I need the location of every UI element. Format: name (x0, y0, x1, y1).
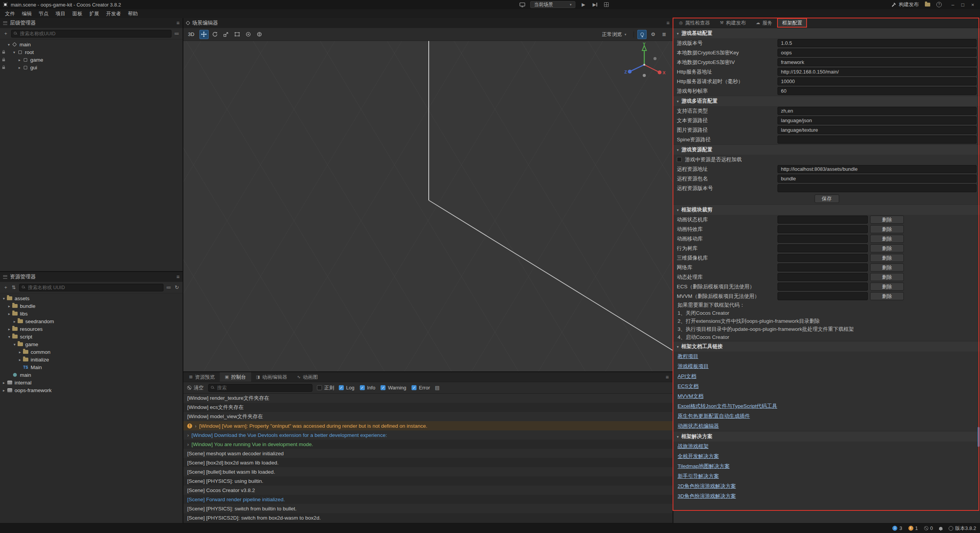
field-input-远程资源包名[interactable] (777, 175, 977, 183)
field-input-远程资源版本号[interactable] (777, 184, 977, 192)
console-error-counter[interactable]: 0 (924, 525, 933, 531)
field-input-支持语言类型[interactable] (777, 107, 977, 115)
expand-icon[interactable]: › (195, 423, 196, 429)
layout-grid-icon[interactable] (603, 1, 610, 8)
rect-tool-icon[interactable] (233, 30, 242, 39)
scene-view-settings-icon[interactable]: ≣ (660, 30, 669, 39)
expand-chevron-icon[interactable]: ▾ (7, 335, 12, 339)
add-node-button[interactable]: + (3, 31, 8, 36)
tree-node-seedrandom[interactable]: ▸seedrandom (1, 317, 183, 325)
tree-node-internal[interactable]: ▸internal (1, 379, 183, 386)
menu-节点[interactable]: 节点 (35, 10, 52, 17)
tree-node-root[interactable]: ▾root (1, 48, 183, 56)
filter-icon[interactable]: ≔ (166, 284, 172, 290)
maximize-button[interactable]: □ (958, 2, 968, 8)
sort-icon[interactable]: ⇅ (11, 284, 16, 290)
field-input-Http服务器地址[interactable] (777, 68, 977, 76)
refresh-icon[interactable]: ↻ (174, 284, 180, 290)
step-button[interactable]: ▶ (591, 1, 598, 8)
module-path-field[interactable] (777, 235, 868, 243)
module-path-field[interactable] (777, 292, 868, 300)
scale-tool-icon[interactable] (222, 30, 231, 39)
tab-动画图[interactable]: ∿动画图 (292, 372, 323, 382)
collapse-logs-icon[interactable]: ▤ (434, 385, 440, 391)
field-input-图片资源路径[interactable] (777, 126, 977, 134)
field-input-本地数据CryptoES加密IV[interactable] (777, 58, 977, 66)
delete-button[interactable]: 删除 (870, 235, 904, 243)
tree-node-main[interactable]: main (1, 371, 183, 379)
tree-node-oops-framework[interactable]: ▸oops-framework (1, 386, 183, 394)
mode-3d-toggle[interactable]: 3D (187, 31, 198, 37)
assets-search-input[interactable] (19, 284, 163, 291)
console-info-counter[interactable]: i 3 (892, 525, 902, 531)
delete-button[interactable]: 删除 (870, 283, 904, 291)
delete-button[interactable]: 删除 (870, 225, 904, 233)
log-row[interactable]: [Window] ecs文件夹存在 (183, 403, 673, 412)
field-input-游戏版本号[interactable] (777, 39, 977, 47)
tree-node-common[interactable]: ▸common (1, 348, 183, 356)
view-mode-dropdown[interactable]: 正常浏览 ▾ (598, 31, 630, 38)
link-ECS文档[interactable]: ECS文档 (673, 381, 980, 391)
delete-button[interactable]: 删除 (870, 273, 904, 281)
add-asset-button[interactable]: + (3, 284, 8, 290)
pivot-tool-icon[interactable] (244, 30, 253, 39)
expand-icon[interactable]: › (187, 441, 189, 447)
tab-属性检查器[interactable]: ◎属性检查器 (674, 18, 715, 28)
scene-gizmo-settings-icon[interactable]: ⚙ (648, 30, 658, 39)
menu-编辑[interactable]: 编辑 (18, 10, 35, 17)
log-row[interactable]: !›[Window] [Vue warn]: Property "onInput… (183, 421, 673, 430)
filter-Info[interactable]: ✓Info (360, 385, 376, 391)
panel-menu-icon[interactable]: ≡ (666, 20, 670, 26)
link-新手引导解决方案[interactable]: 新手引导解决方案 (673, 471, 980, 481)
help-icon[interactable]: ? (936, 2, 942, 7)
log-row[interactable]: [Window] model_view文件夹存在 (183, 412, 673, 421)
scrollbar-thumb[interactable] (978, 427, 980, 447)
section-header-language[interactable]: ▾ 游戏多语言配置 (673, 96, 980, 106)
menu-开发者[interactable]: 开发者 (103, 10, 124, 17)
remote-load-checkbox[interactable] (677, 157, 682, 162)
expand-chevron-icon[interactable]: ▸ (7, 312, 12, 316)
link-2D角色扮演游戏解决方案[interactable]: 2D角色扮演游戏解决方案 (673, 481, 980, 491)
expand-chevron-icon[interactable]: ▾ (6, 43, 11, 47)
link-动画状态机编辑器[interactable]: 动画状态机编辑器 (673, 421, 980, 431)
module-path-field[interactable] (777, 254, 868, 262)
section-header-docs[interactable]: ▾ 框架文档工具链接 (673, 341, 980, 352)
section-header-modules[interactable]: ▾ 框架模块裁剪 (673, 204, 980, 215)
tree-node-resources[interactable]: ▸resources (1, 325, 183, 333)
log-row[interactable]: [Scene] [PHYSICS]: switch from builtin t… (183, 504, 673, 513)
expand-chevron-icon[interactable]: ▸ (7, 304, 12, 308)
notification-bell-icon[interactable] (939, 527, 942, 530)
menu-面板[interactable]: 面板 (69, 10, 86, 17)
field-input-本地数据CryptoES加密Key[interactable] (777, 49, 977, 57)
link-原生包热更新配置自动生成插件[interactable]: 原生包热更新配置自动生成插件 (673, 411, 980, 421)
clear-console-button[interactable]: 清空 (187, 384, 204, 391)
menu-文件[interactable]: 文件 (2, 10, 18, 17)
delete-button[interactable]: 删除 (870, 244, 904, 252)
link-MVVM文档[interactable]: MVVM文档 (673, 391, 980, 401)
delete-button[interactable]: 删除 (870, 254, 904, 262)
module-path-field[interactable] (777, 244, 868, 252)
log-row[interactable]: ›[Window] Download the Vue Devtools exte… (183, 430, 673, 440)
console-warning-counter[interactable]: ! 1 (908, 525, 918, 531)
menu-帮助[interactable]: 帮助 (124, 10, 141, 17)
tree-node-libs[interactable]: ▸libs (1, 310, 183, 317)
tree-node-game[interactable]: ▸game (1, 56, 183, 64)
hierarchy-search-input[interactable] (11, 30, 172, 38)
log-row[interactable]: [Scene] Cocos Creator v3.8.2 (183, 486, 673, 495)
filter-Warning[interactable]: ✓Warning (381, 385, 406, 391)
filter-Log[interactable]: ✓Log (339, 385, 354, 391)
expand-chevron-icon[interactable]: ▾ (11, 50, 17, 54)
scene-viewport[interactable]: Y X Z (183, 41, 673, 371)
save-button[interactable]: 保存 (815, 195, 839, 203)
tab-服务[interactable]: ☁服务 (751, 18, 777, 28)
filter-Error[interactable]: ✓Error (412, 385, 430, 391)
link-战旗游戏框架[interactable]: 战旗游戏框架 (673, 441, 980, 451)
expand-chevron-icon[interactable]: ▸ (17, 65, 22, 70)
tab-构建发布[interactable]: ⚒构建发布 (715, 18, 751, 28)
log-row[interactable]: [Scene] Forward render pipeline initiali… (183, 495, 673, 504)
tree-node-main[interactable]: ▾main (1, 41, 183, 48)
field-input-远程资源地址[interactable] (777, 165, 977, 173)
axis-gizmo[interactable]: Y X Z (622, 42, 668, 84)
open-project-folder-icon[interactable] (925, 3, 930, 7)
tab-控制台[interactable]: ▣控制台 (220, 372, 251, 382)
